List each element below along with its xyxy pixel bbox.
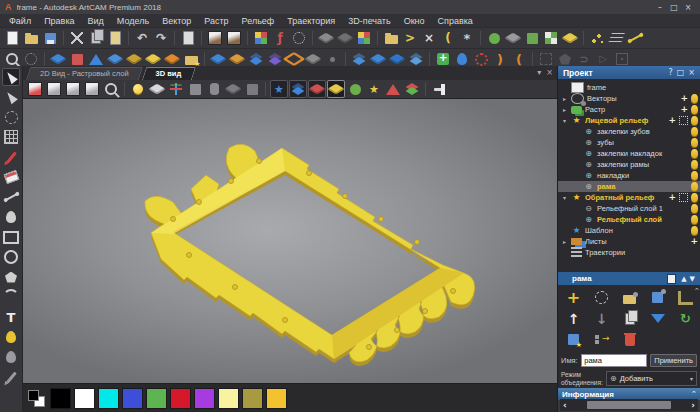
text-tool-icon[interactable]: T [2, 308, 20, 326]
function-curve-icon[interactable]: ƒ [271, 29, 289, 47]
tree-item[interactable]: ⊕Рельефный слой [558, 214, 700, 225]
cylinder-icon[interactable] [205, 80, 223, 98]
tree-item[interactable]: ⊕заклепки зубов [558, 126, 700, 137]
apply-button[interactable]: Применить [650, 354, 697, 367]
set-model-size-icon[interactable] [206, 29, 224, 47]
scatter-dots-icon[interactable] [588, 29, 606, 47]
menu-item[interactable]: Справка [438, 16, 473, 26]
layer-down-icon[interactable]: ▼ [690, 275, 695, 283]
tree-item[interactable]: ★Шаблон [558, 225, 700, 236]
origin-axes-icon[interactable] [167, 80, 185, 98]
flood-fill-icon[interactable] [2, 328, 20, 346]
menu-item[interactable]: Вектор [162, 16, 191, 26]
tool-preview-icon[interactable] [243, 80, 261, 98]
smudge-tool-icon[interactable] [2, 368, 20, 386]
expander-icon[interactable]: ▾ [561, 194, 568, 201]
add-icon[interactable]: + [690, 237, 698, 246]
visibility-bulb-icon[interactable] [691, 193, 698, 202]
move-layer-down-icon[interactable]: ↓ [590, 310, 613, 328]
color-palette-icon[interactable] [252, 29, 270, 47]
layer-section-header[interactable]: рама ▲▼ [558, 272, 700, 285]
visibility-bulb-icon[interactable] [691, 127, 698, 136]
visibility-bulb-icon[interactable] [691, 226, 698, 235]
visibility-bulb-icon[interactable] [691, 160, 698, 169]
stack-rgb-icon[interactable] [403, 80, 421, 98]
layer-up-icon[interactable]: ▲ [681, 275, 686, 283]
tree-item[interactable]: ▸Растр+ [558, 104, 700, 115]
menu-item[interactable]: Файл [9, 16, 31, 26]
add-icon[interactable]: + [680, 105, 688, 114]
layer-sheet-icon[interactable] [667, 274, 676, 284]
show-front-relief-icon[interactable] [327, 80, 345, 98]
relief-flat-icon[interactable] [336, 29, 354, 47]
merge-layers-icon[interactable] [646, 310, 669, 328]
relief-gray-icon[interactable] [317, 29, 335, 47]
save-layer-star-icon[interactable] [562, 331, 585, 349]
color-blocks-icon[interactable] [355, 29, 373, 47]
pin-icon[interactable]: □ [677, 68, 685, 77]
palette-swatch[interactable] [74, 388, 95, 409]
palette-swatch[interactable] [50, 388, 71, 409]
visibility-bulb-icon[interactable] [691, 105, 698, 114]
snapshot-icon[interactable] [679, 193, 688, 202]
green-shapes-icon[interactable] [346, 80, 364, 98]
snowflake-tool-icon[interactable]: * [458, 29, 476, 47]
open-layer-icon[interactable] [618, 289, 641, 307]
expander-icon[interactable]: ▾ [561, 117, 568, 124]
menu-item[interactable]: 3D-печать [348, 16, 390, 26]
menu-item[interactable]: Модель [117, 16, 149, 26]
notes-icon[interactable] [179, 29, 197, 47]
view-side-icon[interactable] [64, 80, 82, 98]
close-button[interactable]: × [681, 3, 695, 12]
link-nodes-icon[interactable] [590, 331, 613, 349]
palette-swatch[interactable] [146, 388, 167, 409]
scroll-right-icon[interactable]: › [691, 400, 695, 410]
curve-tool-icon[interactable]: ( [439, 29, 457, 47]
scrollbar-thumb[interactable] [587, 401, 671, 409]
node-editing-icon[interactable] [2, 88, 20, 106]
visibility-bulb-icon[interactable] [691, 171, 698, 180]
collapse-icon[interactable]: ^ [692, 390, 696, 398]
close-view-icon[interactable]: × [546, 68, 553, 77]
menu-item[interactable]: Рельеф [242, 16, 275, 26]
open-model-icon[interactable] [22, 29, 40, 47]
delete-layer-icon[interactable] [618, 331, 641, 349]
tree-item[interactable]: Траектории [558, 247, 700, 258]
light-toggle-icon[interactable] [129, 80, 147, 98]
move-layer-up-icon[interactable]: ↑ [562, 310, 585, 328]
erase-tool-icon[interactable] [2, 168, 20, 186]
bitmap-edit-icon[interactable] [2, 128, 20, 146]
view-top-icon[interactable] [83, 80, 101, 98]
level-tool-icon[interactable] [674, 289, 697, 307]
snapshot-icon[interactable] [679, 116, 688, 125]
dots-circle-icon[interactable] [290, 29, 308, 47]
crossed-tools-icon[interactable]: × [420, 29, 438, 47]
tree-item[interactable]: frame [558, 82, 700, 93]
visibility-bulb-icon[interactable] [691, 215, 698, 224]
visibility-bulb-icon[interactable] [691, 138, 698, 147]
view-iso-icon[interactable] [26, 80, 44, 98]
add-icon[interactable]: + [668, 193, 676, 202]
paste-icon[interactable] [106, 29, 124, 47]
green-knob-icon[interactable] [485, 29, 503, 47]
visibility-bulb-icon[interactable] [691, 149, 698, 158]
minimize-button[interactable]: – [653, 3, 667, 12]
relief-dim-icon[interactable] [224, 80, 242, 98]
add-icon[interactable]: + [668, 116, 676, 125]
arc-tool-icon[interactable] [2, 288, 20, 306]
scroll-left-icon[interactable]: ‹ [563, 400, 567, 410]
folder-home-icon[interactable] [382, 29, 400, 47]
duplicate-layer-icon[interactable] [618, 310, 641, 328]
palette-swatch[interactable] [242, 388, 263, 409]
menu-item[interactable]: Растр [204, 16, 228, 26]
tree-item[interactable]: ▸Листы+ [558, 236, 700, 247]
tree-item[interactable]: ▸Векторы+ [558, 93, 700, 104]
close-panel-icon[interactable]: × [688, 68, 695, 77]
view-tab[interactable]: 2D Вид - Растровый слой [28, 67, 141, 80]
redo-icon[interactable]: ↷ [152, 29, 170, 47]
visibility-bulb-icon[interactable] [691, 204, 698, 213]
palette-swatch[interactable] [218, 388, 239, 409]
scroll-up-icon[interactable]: ^ [695, 287, 699, 295]
tree-item[interactable]: ⊕рама [558, 181, 700, 192]
expander-icon[interactable]: ▸ [561, 238, 568, 245]
